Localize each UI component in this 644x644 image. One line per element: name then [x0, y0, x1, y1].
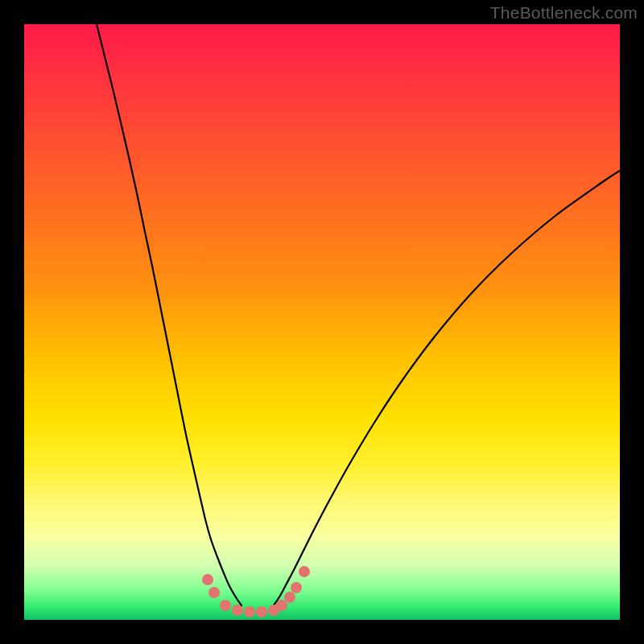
valley-marker — [276, 600, 287, 611]
valley-marker — [256, 606, 267, 617]
valley-marker — [202, 574, 213, 585]
curve-svg — [24, 24, 620, 620]
valley-markers — [202, 566, 310, 617]
left-curve — [97, 24, 242, 605]
valley-marker — [232, 605, 243, 616]
chart-container: TheBottleneck.com — [0, 0, 644, 644]
valley-marker — [299, 566, 310, 577]
valley-marker — [291, 582, 302, 593]
watermark-text: TheBottleneck.com — [490, 3, 638, 23]
valley-marker — [284, 592, 295, 603]
plot-area — [24, 24, 620, 620]
valley-marker — [220, 600, 231, 611]
valley-marker — [208, 587, 220, 598]
valley-marker — [244, 606, 255, 617]
right-curve — [274, 171, 620, 605]
